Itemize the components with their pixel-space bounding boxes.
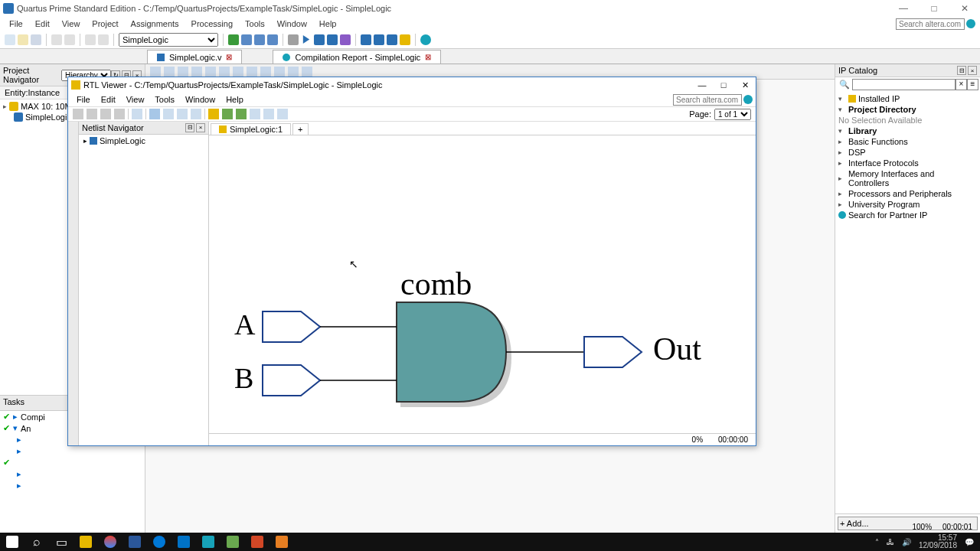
play-icon[interactable]: ▸ — [17, 469, 21, 479]
rtl-menu-edit[interactable]: Edit — [97, 94, 119, 105]
gear-icon[interactable] — [241, 34, 252, 45]
ed-icon[interactable] — [288, 67, 299, 77]
ip-leaf[interactable]: Memory Interfaces and Controllers — [848, 169, 977, 187]
ed-icon[interactable] — [274, 67, 285, 77]
rtl-menu-help[interactable]: Help — [222, 94, 247, 105]
refresh-icon[interactable] — [114, 109, 125, 119]
taskview-button[interactable]: ▭ — [49, 533, 74, 551]
rtl-menu-file[interactable]: File — [73, 94, 94, 105]
pointer-icon[interactable] — [149, 109, 160, 119]
ed-icon[interactable] — [178, 67, 188, 77]
check-icon[interactable] — [228, 34, 239, 45]
gear2-icon[interactable] — [254, 34, 265, 45]
misc-icon[interactable] — [263, 109, 274, 119]
gear3-icon[interactable] — [267, 34, 278, 45]
netlist-item[interactable]: SimpleLogic — [100, 136, 145, 145]
close-icon[interactable]: × — [968, 66, 977, 75]
rtl-max-button[interactable]: □ — [713, 80, 734, 90]
ip-tree[interactable]: ▾Installed IP ▾Project Directory No Sele… — [835, 92, 980, 514]
minimize-button[interactable]: — — [888, 0, 919, 17]
play-icon[interactable]: ▸ — [17, 481, 21, 491]
pin-icon[interactable] — [387, 34, 397, 45]
start-button[interactable] — [0, 533, 24, 551]
search-input[interactable] — [896, 18, 965, 30]
edge-icon[interactable] — [147, 533, 172, 551]
block-icon[interactable] — [374, 34, 384, 45]
maximize-button[interactable]: □ — [919, 0, 949, 17]
chip-icon[interactable] — [361, 34, 371, 45]
ip-node[interactable]: Installed IP — [858, 94, 900, 103]
entity-select[interactable]: SimpleLogic — [119, 33, 218, 47]
tab-report[interactable]: Compilation Report - SimpleLogic ⊠ — [273, 50, 441, 64]
word-icon[interactable] — [122, 533, 147, 551]
help-icon[interactable] — [420, 34, 431, 45]
close-icon[interactable]: × — [196, 123, 205, 132]
ip-leaf[interactable]: Interface Protocols — [848, 158, 919, 168]
outlook-icon[interactable] — [172, 533, 196, 551]
play-icon[interactable]: ▸ — [17, 446, 21, 456]
up-icon[interactable] — [100, 109, 111, 119]
play3-icon[interactable] — [327, 34, 338, 45]
redo-icon[interactable] — [98, 34, 109, 45]
menu-assignments[interactable]: Assignments — [126, 18, 184, 30]
rtl-menu-view[interactable]: View — [122, 94, 149, 105]
hand-icon[interactable] — [191, 109, 201, 119]
save-icon[interactable] — [31, 34, 41, 45]
schematic-tab[interactable]: SimpleLogic:1 — [211, 123, 291, 135]
powerpoint-icon[interactable] — [245, 533, 270, 551]
close-button[interactable]: ✕ — [949, 0, 980, 17]
tab-close-icon[interactable]: ⊠ — [425, 53, 431, 61]
app-icon[interactable] — [220, 533, 245, 551]
menu-window[interactable]: Window — [273, 18, 312, 30]
menu-edit[interactable]: Edit — [31, 18, 54, 30]
menu-file[interactable]: File — [5, 18, 28, 30]
ed-icon[interactable] — [205, 67, 216, 77]
rtl-min-button[interactable]: — — [691, 80, 713, 90]
play-icon[interactable]: ▸ — [13, 412, 18, 422]
chrome-icon[interactable] — [98, 533, 122, 551]
rtl-menu-window[interactable]: Window — [181, 94, 219, 105]
open-icon[interactable] — [18, 34, 28, 45]
task-item[interactable]: Compi — [21, 412, 45, 422]
pin-icon[interactable]: ⊟ — [185, 123, 194, 132]
pin-icon[interactable]: ⊟ — [957, 66, 966, 75]
analyze-icon[interactable] — [340, 34, 351, 45]
ed-icon[interactable] — [164, 67, 175, 77]
cut-icon[interactable] — [64, 34, 75, 45]
back-icon[interactable] — [73, 109, 83, 119]
sim-icon[interactable] — [400, 34, 410, 45]
misc-icon[interactable] — [277, 109, 288, 119]
ed-icon[interactable] — [260, 67, 271, 77]
page-select[interactable]: 1 of 1 — [714, 109, 751, 120]
fwd-icon[interactable] — [87, 109, 97, 119]
explorer-icon[interactable] — [74, 533, 98, 551]
play-icon[interactable]: ▸ — [17, 435, 21, 445]
ip-node[interactable]: Project Directory — [848, 105, 916, 114]
ip-leaf[interactable]: University Program — [848, 200, 920, 209]
menu-help[interactable]: Help — [315, 18, 341, 30]
tray-vol-icon[interactable]: 🔊 — [902, 538, 911, 546]
ip-leaf[interactable]: Processors and Peripherals — [848, 189, 952, 198]
task-item[interactable]: An — [21, 424, 31, 433]
tree-instance[interactable]: SimpleLogic — [25, 112, 71, 122]
tab-source[interactable]: SimpleLogic.v ⊠ — [147, 50, 242, 64]
expand-icon[interactable]: ▾ — [13, 423, 18, 433]
opts-icon[interactable]: ≡ — [967, 79, 978, 90]
clear-icon[interactable]: × — [956, 79, 967, 90]
app-icon[interactable] — [196, 533, 220, 551]
rtl-titlebar[interactable]: RTL Viewer - C:/Temp/QuartusProjects/Exa… — [68, 77, 756, 93]
rtl-viewer-window[interactable]: RTL Viewer - C:/Temp/QuartusProjects/Exa… — [67, 77, 756, 446]
ip-node[interactable]: Library — [848, 126, 877, 135]
search-go-icon[interactable] — [743, 95, 753, 104]
menu-tools[interactable]: Tools — [240, 18, 270, 30]
menu-project[interactable]: Project — [87, 18, 122, 30]
expand-icon[interactable] — [208, 109, 219, 119]
play2-icon[interactable] — [314, 34, 325, 45]
tray-clock[interactable]: 15:57 12/09/2018 — [919, 534, 957, 549]
new-tab-button[interactable]: + — [292, 123, 308, 135]
menu-view[interactable]: View — [57, 18, 85, 30]
search-go-icon[interactable] — [966, 19, 975, 28]
ip-search-input[interactable] — [852, 79, 956, 90]
ip-leaf[interactable]: Basic Functions — [848, 137, 908, 146]
new-icon[interactable] — [5, 34, 15, 45]
